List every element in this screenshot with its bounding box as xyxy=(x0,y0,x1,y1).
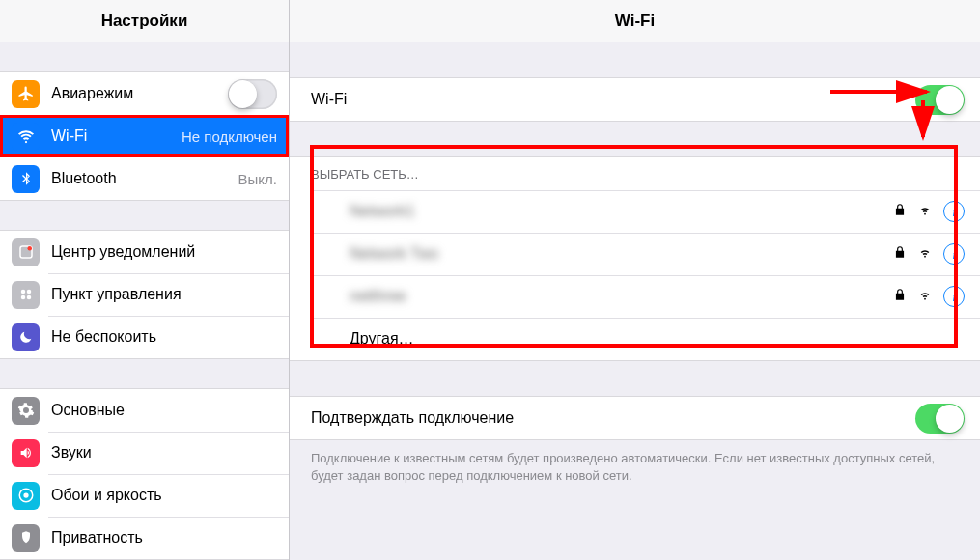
sidebar-item-label: Пункт управления xyxy=(51,286,277,303)
svg-point-3 xyxy=(26,290,31,294)
wifi-signal-icon xyxy=(918,203,932,220)
wifi-switch-row: Wi-Fi xyxy=(290,78,980,121)
wallpaper-icon xyxy=(12,482,40,510)
sidebar-item-label: Приватность xyxy=(51,529,277,546)
lock-icon xyxy=(893,245,907,263)
wifi-switch-label: Wi-Fi xyxy=(311,91,915,108)
sidebar-item-label: Авиарежим xyxy=(51,85,228,102)
network-name: Network Two xyxy=(350,245,893,263)
settings-sidebar: Настройки Авиарежим xyxy=(0,0,290,560)
ask-to-join-section: Подтверждать подключение xyxy=(290,396,980,440)
network-row[interactable]: Network Two i xyxy=(290,233,980,275)
sidebar-item-wifi[interactable]: Wi-Fi Не подключен xyxy=(0,115,289,157)
info-button[interactable]: i xyxy=(943,243,965,265)
ask-to-join-toggle[interactable] xyxy=(915,404,965,434)
sidebar-item-label: Bluetooth xyxy=(51,170,238,187)
sidebar-item-label: Центр уведомлений xyxy=(51,243,277,261)
sidebar-item-wallpaper-brightness[interactable]: Обои и яркость xyxy=(0,474,289,517)
lock-icon xyxy=(893,203,907,220)
notification-center-icon xyxy=(12,238,40,266)
bluetooth-icon xyxy=(12,165,40,193)
other-network-row[interactable]: Другая… xyxy=(290,318,980,360)
sidebar-group-notifications: Центр уведомлений Пункт управления Не бе… xyxy=(0,230,289,359)
speaker-icon xyxy=(12,439,40,467)
sidebar-item-label: Не беспокоить xyxy=(51,328,277,346)
sidebar-item-detail: Выкл. xyxy=(238,171,277,187)
sidebar-item-label: Основные xyxy=(51,402,277,419)
sidebar-item-label: Звуки xyxy=(51,444,277,462)
control-center-icon xyxy=(12,281,40,309)
choose-network-header: ВЫБРАТЬ СЕТЬ… xyxy=(290,157,980,190)
sidebar-item-notification-center[interactable]: Центр уведомлений xyxy=(0,231,289,273)
sidebar-title: Настройки xyxy=(0,0,289,42)
wifi-signal-icon xyxy=(918,245,932,263)
ask-to-join-label: Подтверждать подключение xyxy=(311,409,915,427)
ask-to-join-footer: Подключение к известным сетям будет прои… xyxy=(290,440,980,485)
choose-network-section: ВЫБРАТЬ СЕТЬ… Network1 i Network Two i xyxy=(290,156,980,361)
hand-icon xyxy=(12,524,40,552)
svg-point-7 xyxy=(23,492,28,497)
wifi-switch-section: Wi-Fi xyxy=(290,77,980,122)
sidebar-item-detail: Не подключен xyxy=(182,128,277,145)
wifi-icon xyxy=(12,123,40,151)
network-row[interactable]: netthree i xyxy=(290,275,980,318)
ask-to-join-row: Подтверждать подключение xyxy=(290,397,980,439)
sidebar-group-general: Основные Звуки Обои и яркость xyxy=(0,388,289,560)
svg-point-1 xyxy=(27,246,32,251)
moon-icon xyxy=(12,323,40,351)
wifi-detail-pane: Wi-Fi Wi-Fi ВЫБРАТЬ СЕТЬ… Network1 i xyxy=(290,0,980,560)
svg-point-2 xyxy=(20,290,25,294)
airplane-toggle[interactable] xyxy=(228,79,277,109)
network-name: Network1 xyxy=(350,203,893,220)
sidebar-item-privacy[interactable]: Приватность xyxy=(0,517,289,559)
sidebar-group-connectivity: Авиарежим Wi-Fi Не подключен xyxy=(0,71,289,201)
sidebar-item-general[interactable]: Основные xyxy=(0,389,289,432)
sidebar-item-airplane-mode[interactable]: Авиарежим xyxy=(0,72,289,115)
sidebar-item-bluetooth[interactable]: Bluetooth Выкл. xyxy=(0,157,289,200)
lock-icon xyxy=(893,288,907,305)
wifi-signal-icon xyxy=(918,288,932,305)
sidebar-item-do-not-disturb[interactable]: Не беспокоить xyxy=(0,316,289,358)
airplane-icon xyxy=(12,80,40,108)
info-button[interactable]: i xyxy=(943,286,965,307)
sidebar-item-label: Обои и яркость xyxy=(51,487,277,504)
info-button[interactable]: i xyxy=(943,201,965,222)
sidebar-item-sounds[interactable]: Звуки xyxy=(0,432,289,474)
network-row[interactable]: Network1 i xyxy=(290,190,980,233)
gear-icon xyxy=(12,397,40,425)
wifi-toggle[interactable] xyxy=(915,85,965,115)
network-name: netthree xyxy=(350,288,893,305)
other-network-label: Другая… xyxy=(350,330,965,348)
sidebar-item-label: Wi-Fi xyxy=(51,127,182,145)
svg-point-5 xyxy=(26,295,31,300)
main-title: Wi-Fi xyxy=(290,0,980,42)
svg-point-4 xyxy=(20,295,25,300)
sidebar-item-control-center[interactable]: Пункт управления xyxy=(0,273,289,316)
